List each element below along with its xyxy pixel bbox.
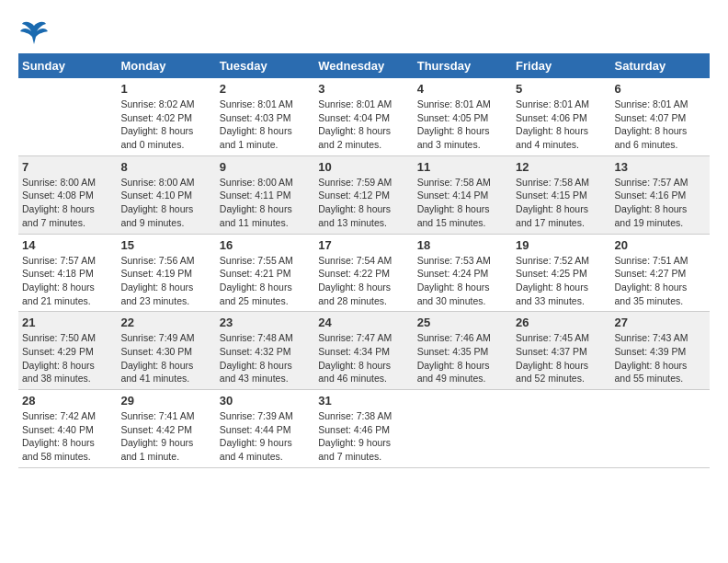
- calendar-day-cell: 27Sunrise: 7:43 AM Sunset: 4:39 PM Dayli…: [611, 312, 710, 390]
- day-number: 14: [22, 238, 113, 252]
- day-number: 11: [417, 160, 508, 174]
- day-info: Sunrise: 7:52 AM Sunset: 4:25 PM Dayligh…: [516, 254, 607, 308]
- day-number: 5: [516, 82, 607, 96]
- day-number: 28: [22, 394, 113, 408]
- col-header-sunday: Sunday: [18, 53, 117, 78]
- day-number: 3: [318, 82, 409, 96]
- day-number: 18: [417, 238, 508, 252]
- day-info: Sunrise: 7:41 AM Sunset: 4:42 PM Dayligh…: [120, 409, 211, 464]
- day-info: Sunrise: 8:01 AM Sunset: 4:03 PM Dayligh…: [220, 98, 311, 152]
- calendar-day-cell: 15Sunrise: 7:56 AM Sunset: 4:19 PM Dayli…: [117, 234, 215, 312]
- calendar-day-cell: 16Sunrise: 7:55 AM Sunset: 4:21 PM Dayli…: [216, 234, 314, 312]
- day-number: 13: [615, 160, 706, 174]
- page-header: [18, 18, 710, 44]
- calendar-day-cell: 29Sunrise: 7:41 AM Sunset: 4:42 PM Dayli…: [117, 390, 215, 468]
- day-info: Sunrise: 7:57 AM Sunset: 4:18 PM Dayligh…: [22, 254, 113, 308]
- calendar-day-cell: 6Sunrise: 8:01 AM Sunset: 4:07 PM Daylig…: [611, 78, 710, 155]
- day-info: Sunrise: 7:47 AM Sunset: 4:34 PM Dayligh…: [318, 331, 409, 385]
- calendar-day-cell: 30Sunrise: 7:39 AM Sunset: 4:44 PM Dayli…: [216, 390, 314, 468]
- day-number: 21: [22, 316, 113, 329]
- day-info: Sunrise: 7:53 AM Sunset: 4:24 PM Dayligh…: [417, 254, 508, 308]
- day-number: 2: [220, 82, 311, 96]
- day-number: 22: [120, 316, 211, 329]
- calendar-day-cell: 17Sunrise: 7:54 AM Sunset: 4:22 PM Dayli…: [314, 234, 413, 312]
- day-info: Sunrise: 8:00 AM Sunset: 4:11 PM Dayligh…: [220, 176, 311, 230]
- day-info: Sunrise: 7:57 AM Sunset: 4:16 PM Dayligh…: [615, 176, 706, 230]
- calendar-week-row: 7Sunrise: 8:00 AM Sunset: 4:08 PM Daylig…: [18, 155, 710, 234]
- day-info: Sunrise: 7:48 AM Sunset: 4:32 PM Dayligh…: [220, 331, 311, 385]
- day-number: 12: [516, 160, 607, 174]
- calendar-header-row: SundayMondayTuesdayWednesdayThursdayFrid…: [18, 53, 710, 78]
- day-info: Sunrise: 7:59 AM Sunset: 4:12 PM Dayligh…: [318, 176, 409, 230]
- calendar-day-cell: 23Sunrise: 7:48 AM Sunset: 4:32 PM Dayli…: [216, 312, 314, 390]
- day-info: Sunrise: 7:54 AM Sunset: 4:22 PM Dayligh…: [318, 254, 409, 308]
- calendar-day-cell: [611, 390, 710, 468]
- calendar-day-cell: 11Sunrise: 7:58 AM Sunset: 4:14 PM Dayli…: [414, 155, 512, 234]
- day-info: Sunrise: 7:55 AM Sunset: 4:21 PM Dayligh…: [220, 254, 311, 308]
- calendar-day-cell: 2Sunrise: 8:01 AM Sunset: 4:03 PM Daylig…: [216, 78, 314, 155]
- day-info: Sunrise: 8:00 AM Sunset: 4:08 PM Dayligh…: [22, 176, 113, 230]
- day-info: Sunrise: 8:02 AM Sunset: 4:02 PM Dayligh…: [120, 98, 211, 152]
- day-info: Sunrise: 7:43 AM Sunset: 4:39 PM Dayligh…: [615, 331, 706, 385]
- calendar-day-cell: 22Sunrise: 7:49 AM Sunset: 4:30 PM Dayli…: [117, 312, 215, 390]
- day-info: Sunrise: 7:58 AM Sunset: 4:14 PM Dayligh…: [417, 176, 508, 230]
- day-number: 7: [22, 160, 113, 174]
- day-number: 9: [220, 160, 311, 174]
- day-number: 1: [120, 82, 211, 96]
- day-info: Sunrise: 8:01 AM Sunset: 4:04 PM Dayligh…: [318, 98, 409, 152]
- day-info: Sunrise: 7:38 AM Sunset: 4:46 PM Dayligh…: [318, 409, 409, 464]
- day-info: Sunrise: 8:01 AM Sunset: 4:06 PM Dayligh…: [516, 98, 607, 152]
- calendar-day-cell: 20Sunrise: 7:51 AM Sunset: 4:27 PM Dayli…: [611, 234, 710, 312]
- day-number: 30: [220, 394, 311, 408]
- logo-bird-icon: [20, 18, 48, 44]
- calendar-day-cell: 26Sunrise: 7:45 AM Sunset: 4:37 PM Dayli…: [512, 312, 610, 390]
- col-header-wednesday: Wednesday: [314, 53, 413, 78]
- day-number: 26: [516, 316, 607, 329]
- calendar-day-cell: 1Sunrise: 8:02 AM Sunset: 4:02 PM Daylig…: [117, 78, 215, 155]
- calendar-day-cell: 12Sunrise: 7:58 AM Sunset: 4:15 PM Dayli…: [512, 155, 610, 234]
- calendar-day-cell: 7Sunrise: 8:00 AM Sunset: 4:08 PM Daylig…: [18, 155, 117, 234]
- calendar-day-cell: 28Sunrise: 7:42 AM Sunset: 4:40 PM Dayli…: [18, 390, 117, 468]
- day-info: Sunrise: 7:39 AM Sunset: 4:44 PM Dayligh…: [220, 409, 311, 464]
- day-number: 20: [615, 238, 706, 252]
- day-number: 29: [120, 394, 211, 408]
- day-number: 23: [220, 316, 311, 329]
- calendar-day-cell: 24Sunrise: 7:47 AM Sunset: 4:34 PM Dayli…: [314, 312, 413, 390]
- day-info: Sunrise: 7:51 AM Sunset: 4:27 PM Dayligh…: [615, 254, 706, 308]
- day-number: 19: [516, 238, 607, 252]
- calendar-day-cell: 10Sunrise: 7:59 AM Sunset: 4:12 PM Dayli…: [314, 155, 413, 234]
- day-info: Sunrise: 7:56 AM Sunset: 4:19 PM Dayligh…: [120, 254, 211, 308]
- calendar-week-row: 28Sunrise: 7:42 AM Sunset: 4:40 PM Dayli…: [18, 390, 710, 468]
- calendar-day-cell: 19Sunrise: 7:52 AM Sunset: 4:25 PM Dayli…: [512, 234, 610, 312]
- calendar-day-cell: [512, 390, 610, 468]
- day-info: Sunrise: 7:58 AM Sunset: 4:15 PM Dayligh…: [516, 176, 607, 230]
- calendar-day-cell: 21Sunrise: 7:50 AM Sunset: 4:29 PM Dayli…: [18, 312, 117, 390]
- col-header-friday: Friday: [512, 53, 610, 78]
- calendar-day-cell: 13Sunrise: 7:57 AM Sunset: 4:16 PM Dayli…: [611, 155, 710, 234]
- calendar-day-cell: 18Sunrise: 7:53 AM Sunset: 4:24 PM Dayli…: [414, 234, 512, 312]
- day-info: Sunrise: 8:00 AM Sunset: 4:10 PM Dayligh…: [120, 176, 211, 230]
- day-number: 17: [318, 238, 409, 252]
- calendar-day-cell: 14Sunrise: 7:57 AM Sunset: 4:18 PM Dayli…: [18, 234, 117, 312]
- day-info: Sunrise: 7:42 AM Sunset: 4:40 PM Dayligh…: [22, 409, 113, 464]
- day-number: 24: [318, 316, 409, 329]
- day-info: Sunrise: 7:49 AM Sunset: 4:30 PM Dayligh…: [120, 331, 211, 385]
- calendar-day-cell: [414, 390, 512, 468]
- col-header-monday: Monday: [117, 53, 215, 78]
- day-info: Sunrise: 8:01 AM Sunset: 4:07 PM Dayligh…: [615, 98, 706, 152]
- calendar-week-row: 14Sunrise: 7:57 AM Sunset: 4:18 PM Dayli…: [18, 234, 710, 312]
- col-header-saturday: Saturday: [611, 53, 710, 78]
- day-info: Sunrise: 7:45 AM Sunset: 4:37 PM Dayligh…: [516, 331, 607, 385]
- calendar-day-cell: 3Sunrise: 8:01 AM Sunset: 4:04 PM Daylig…: [314, 78, 413, 155]
- col-header-thursday: Thursday: [414, 53, 512, 78]
- calendar-day-cell: 4Sunrise: 8:01 AM Sunset: 4:05 PM Daylig…: [414, 78, 512, 155]
- day-number: 6: [615, 82, 706, 96]
- calendar-day-cell: [18, 78, 117, 155]
- day-number: 27: [615, 316, 706, 329]
- day-number: 15: [120, 238, 211, 252]
- calendar-day-cell: 9Sunrise: 8:00 AM Sunset: 4:11 PM Daylig…: [216, 155, 314, 234]
- calendar-day-cell: 31Sunrise: 7:38 AM Sunset: 4:46 PM Dayli…: [314, 390, 413, 468]
- col-header-tuesday: Tuesday: [216, 53, 314, 78]
- day-number: 16: [220, 238, 311, 252]
- day-number: 4: [417, 82, 508, 96]
